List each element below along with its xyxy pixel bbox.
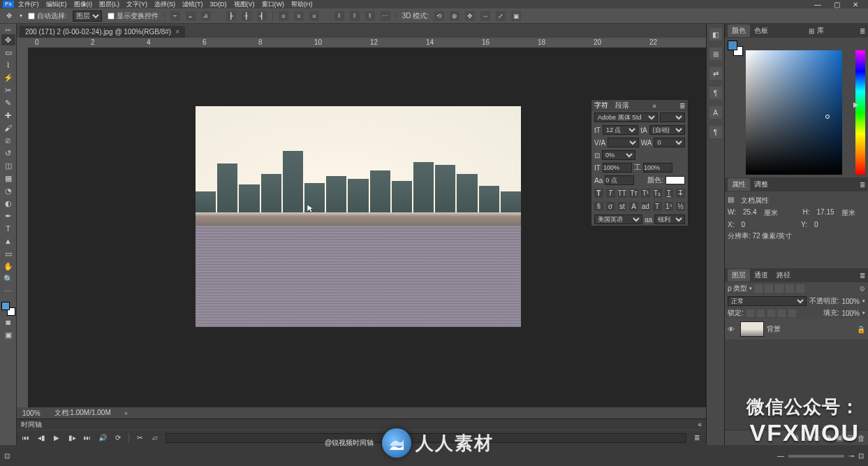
baseline-input[interactable] (643, 163, 672, 173)
layer-thumbnail[interactable] (740, 321, 764, 337)
distribute-hcenter-icon[interactable]: ⦀ (350, 11, 360, 21)
clone-stamp-tool[interactable]: ⎚ (1, 135, 15, 146)
eraser-tool[interactable]: ◫ (1, 160, 15, 171)
align-top-icon[interactable]: ⫟ (170, 11, 180, 21)
dodge-tool[interactable]: ◐ (1, 198, 15, 209)
x-value[interactable]: 0 (741, 221, 745, 228)
char-collapse-icon[interactable]: « (652, 102, 656, 110)
strip-paragraph-icon[interactable]: ¶ (709, 87, 722, 99)
leading-dropdown[interactable]: (自动) (649, 125, 685, 135)
ot-frac-icon[interactable]: ½ (676, 202, 685, 211)
mini-zoom-icon[interactable]: ⊡ (858, 452, 864, 460)
timeline-menu-icon[interactable]: ≣ (692, 434, 702, 442)
shift-input[interactable] (605, 175, 634, 185)
menu-image[interactable]: 图像(I) (74, 0, 93, 9)
menu-layer[interactable]: 图层(L) (99, 0, 119, 9)
auto-select-checkbox[interactable]: 自动选择: (28, 11, 67, 21)
lock-position-icon[interactable] (767, 310, 775, 317)
window-minimize-icon[interactable]: — (814, 1, 821, 8)
superscript-icon[interactable]: T¹ (641, 189, 650, 198)
menu-select[interactable]: 选择(S) (154, 0, 175, 9)
menu-view[interactable]: 视图(V) (234, 0, 255, 9)
timeline-audio-icon[interactable]: 🔊 (98, 434, 108, 442)
filter-smart-icon[interactable] (796, 284, 804, 293)
menu-type[interactable]: 文字(Y) (126, 0, 147, 9)
w-value[interactable]: 25.4 (743, 208, 756, 218)
menu-file[interactable]: 文件(F) (18, 0, 39, 9)
properties-menu-icon[interactable]: ≣ (860, 181, 865, 189)
ot-ad-icon[interactable]: ad (641, 202, 650, 211)
visibility-icon[interactable]: 👁 (728, 326, 737, 333)
type-tool[interactable]: T (1, 223, 15, 234)
window-close-icon[interactable]: ✕ (853, 1, 858, 8)
magic-wand-tool[interactable]: ⚡ (1, 72, 15, 83)
libraries-icon[interactable]: ⊞ (809, 27, 814, 35)
color-panel-swatches[interactable] (728, 41, 743, 56)
distribute-left-icon[interactable]: ⦀ (334, 11, 344, 21)
allcaps-icon[interactable]: TT (618, 189, 627, 198)
align-bottom-icon[interactable]: ⫡ (201, 11, 211, 21)
color-swatches[interactable] (1, 302, 15, 316)
bold-icon[interactable]: T (594, 189, 603, 198)
strip-history-icon[interactable]: ◧ (709, 28, 722, 41)
layer-row[interactable]: 👁 背景 🔒 (725, 319, 868, 340)
channels-tab[interactable]: 通道 (750, 269, 772, 282)
blend-mode-dropdown[interactable]: 正常 (728, 296, 807, 306)
screen-mode-tool[interactable]: ▣ (1, 329, 15, 340)
font-style-dropdown[interactable] (660, 112, 685, 122)
menu-3d[interactable]: 3D(D) (210, 1, 227, 8)
shape-tool[interactable]: ▭ (1, 248, 15, 259)
timeline-prev-frame-icon[interactable]: ◂▮ (36, 434, 46, 442)
3d-slide-icon[interactable]: ↔ (480, 11, 490, 21)
move-tool[interactable]: ✥ (1, 34, 15, 45)
properties-tab[interactable]: 属性 (728, 178, 750, 191)
mini-zoom-slider[interactable] (788, 455, 844, 458)
character-panel[interactable]: 字符 段落 « ≣ Adobe 黑体 Std tT 12 点 tA (自动) V… (591, 99, 689, 226)
antialias-dropdown[interactable]: 锐利 (654, 214, 685, 224)
filter-pixel-icon[interactable] (754, 284, 763, 293)
paragraph-tab[interactable]: 段落 (615, 101, 629, 110)
font-size-dropdown[interactable]: 12 点 (603, 125, 638, 135)
3d-orbit-icon[interactable]: ⟲ (434, 11, 444, 21)
strike-icon[interactable]: T (676, 189, 685, 198)
ot-a-icon[interactable]: A (629, 202, 638, 211)
color-tab[interactable]: 颜色 (728, 24, 750, 37)
hand-tool[interactable]: ✋ (1, 261, 15, 272)
distribute-vcenter-icon[interactable]: ≡ (294, 11, 304, 21)
foreground-swatch[interactable] (1, 302, 10, 310)
subscript-icon[interactable]: T₁ (653, 189, 662, 198)
mini-tl-1[interactable]: ⊡ (4, 452, 10, 460)
document-tab[interactable]: 200 (171) 2 (0-00-02-24).jpg @ 100%(RGB/… (20, 26, 185, 38)
fill-value[interactable]: 100% (841, 310, 860, 317)
timeline-transition-icon[interactable]: ▱ (150, 434, 160, 442)
menu-help[interactable]: 帮助(H) (291, 0, 313, 9)
ot-st-icon[interactable]: st (618, 202, 627, 211)
hue-slider[interactable]: ▶ (855, 50, 865, 175)
align-vcenter-icon[interactable]: ⫠ (186, 11, 196, 21)
filter-toggle-icon[interactable]: ⊙ (860, 285, 865, 292)
ot-t-icon[interactable]: T (653, 202, 662, 211)
smallcaps-icon[interactable]: Tт (629, 189, 638, 198)
swatches-tab[interactable]: 色板 (750, 24, 772, 37)
filter-adj-icon[interactable] (765, 284, 773, 293)
3d-roll-icon[interactable]: ⊕ (450, 11, 459, 21)
doc-info[interactable]: 文档:1.00M/1.00M (54, 408, 111, 418)
kerning-dropdown[interactable] (608, 138, 639, 147)
timeline-next-frame-icon[interactable]: ▮▸ (67, 434, 77, 442)
history-brush-tool[interactable]: ↺ (1, 147, 15, 159)
filter-shape-icon[interactable] (786, 284, 794, 293)
hscale-input[interactable] (603, 163, 632, 173)
lasso-tool[interactable]: ⌇ (1, 59, 15, 71)
lock-pixels-icon[interactable] (757, 310, 765, 317)
brush-tool[interactable]: 🖌 (1, 122, 15, 133)
menu-edit[interactable]: 编辑(E) (46, 0, 67, 9)
tab-close-icon[interactable]: × (175, 28, 179, 36)
zoom-tool[interactable]: 🔍 (1, 273, 15, 284)
window-maximize-icon[interactable]: ▢ (834, 1, 840, 8)
gradient-tool[interactable]: ▦ (1, 173, 15, 184)
color-fg-swatch[interactable] (728, 41, 737, 50)
opacity-value[interactable]: 100% (841, 298, 860, 305)
timeline-loop-icon[interactable]: ⟳ (113, 434, 123, 442)
marquee-tool[interactable]: ▭ (1, 47, 15, 58)
paths-tab[interactable]: 路径 (772, 269, 795, 282)
